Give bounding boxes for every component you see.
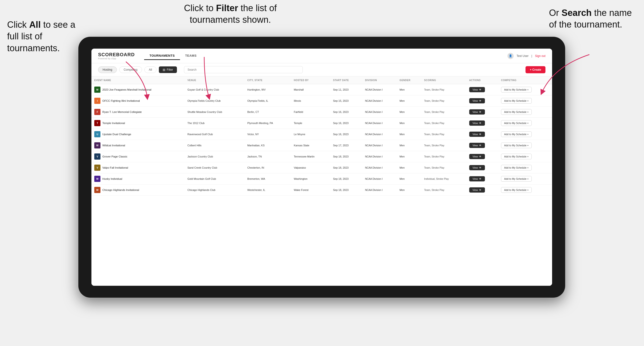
competing-cell: Add to My Schedule + xyxy=(498,129,552,140)
division-cell: NCAA Division I xyxy=(362,95,396,107)
venue-cell: Gold Mountain Golf Club xyxy=(184,173,244,184)
view-button[interactable]: View 👁 xyxy=(469,176,485,181)
gender-cell: Men xyxy=(397,84,421,95)
city-cell: Jackson, TN xyxy=(244,151,291,162)
hosted-by-cell: Le Moyne xyxy=(291,129,330,140)
scoring-cell: Team, Stroke Play xyxy=(421,107,466,118)
actions-cell: View 👁 xyxy=(466,84,498,95)
division-cell: NCAA Division I xyxy=(362,151,396,162)
col-city: CITY, STATE xyxy=(244,76,291,84)
city-cell: Westchester, IL xyxy=(244,184,291,196)
hosted-by-cell: Temple xyxy=(291,118,330,129)
actions-cell: View 👁 xyxy=(466,184,498,196)
actions-cell: View 👁 xyxy=(466,162,498,173)
add-to-schedule-button[interactable]: Add to My Schedule + xyxy=(501,187,532,193)
venue-cell: Colbert Hills xyxy=(184,140,244,151)
actions-cell: View 👁 xyxy=(466,118,498,129)
venue-cell: Chicago Highlands Club xyxy=(184,184,244,196)
division-cell: NCAA Division I xyxy=(362,118,396,129)
toolbar: Hosting Competing All ▤ Filter + Create xyxy=(92,63,552,76)
gender-cell: Men xyxy=(397,173,421,184)
view-button[interactable]: View 👁 xyxy=(469,109,485,115)
start-date-cell: Sep 18, 2023 xyxy=(330,173,362,184)
competing-cell: Add to My Schedule + xyxy=(498,118,552,129)
city-cell: Manhattan, KS xyxy=(244,140,291,151)
actions-cell: View 👁 xyxy=(466,129,498,140)
add-to-schedule-button[interactable]: Add to My Schedule + xyxy=(501,120,532,126)
gender-cell: Men xyxy=(397,184,421,196)
view-button[interactable]: View 👁 xyxy=(469,98,485,103)
add-to-schedule-button[interactable]: Add to My Schedule + xyxy=(501,176,532,182)
scoring-cell: Team, Stroke Play xyxy=(421,84,466,95)
team-logo: T xyxy=(94,120,100,126)
view-button[interactable]: View 👁 xyxy=(469,154,485,159)
gender-cell: Men xyxy=(397,95,421,107)
scoring-cell: Team, Stroke Play xyxy=(421,151,466,162)
city-cell: Huntington, WV xyxy=(244,84,291,95)
filter-button[interactable]: ▤ Filter xyxy=(159,66,177,73)
gender-cell: Men xyxy=(397,118,421,129)
view-icon: 👁 xyxy=(479,111,482,113)
event-name: Wildcat Invitational xyxy=(102,144,125,147)
event-name-cell: W Wildcat Invitational xyxy=(94,142,182,149)
view-button[interactable]: View 👁 xyxy=(469,187,485,192)
view-button[interactable]: View 👁 xyxy=(469,132,485,137)
view-icon: 👁 xyxy=(479,122,482,125)
col-division: DIVISION xyxy=(362,76,396,84)
col-scoring: SCORING xyxy=(421,76,466,84)
tournaments-table-container: EVENT NAME VENUE CITY, STATE HOSTED BY S… xyxy=(92,76,552,286)
table-row: W Wildcat Invitational Colbert Hills Man… xyxy=(92,140,552,151)
add-to-schedule-button[interactable]: Add to My Schedule + xyxy=(501,131,532,137)
event-name-cell: V Valpo Fall Invitational xyxy=(94,165,182,171)
hosted-by-cell: Tennessee-Martin xyxy=(291,151,330,162)
hosted-by-cell: Illinois xyxy=(291,95,330,107)
arrow-search xyxy=(506,47,601,100)
city-cell: Berlin, CT xyxy=(244,107,291,118)
col-hosted-by: HOSTED BY xyxy=(291,76,330,84)
gender-cell: Men xyxy=(397,107,421,118)
view-button[interactable]: View 👁 xyxy=(469,121,485,126)
team-logo: W xyxy=(94,187,100,193)
view-icon: 👁 xyxy=(479,188,482,191)
division-cell: NCAA Division I xyxy=(362,107,396,118)
event-name: Chicago Highlands Invitational xyxy=(102,188,139,191)
add-to-schedule-button[interactable]: Add to My Schedule + xyxy=(501,109,532,115)
actions-cell: View 👁 xyxy=(466,173,498,184)
venue-cell: Jackson Country Club xyxy=(184,151,244,162)
scoring-cell: Team, Stroke Play xyxy=(421,118,466,129)
city-cell: Victor, NY xyxy=(244,129,291,140)
add-to-schedule-button[interactable]: Add to My Schedule + xyxy=(501,154,532,159)
view-icon: 👁 xyxy=(479,155,482,158)
start-date-cell: Sep 11, 2023 xyxy=(330,84,362,95)
gender-cell: Men xyxy=(397,129,421,140)
start-date-cell: Sep 18, 2023 xyxy=(330,151,362,162)
scoring-cell: Team, Stroke Play xyxy=(421,129,466,140)
view-button[interactable]: View 👁 xyxy=(469,87,485,92)
start-date-cell: Sep 16, 2023 xyxy=(330,118,362,129)
actions-cell: View 👁 xyxy=(466,107,498,118)
table-row: I OFCC Fighting Illini Invitational Olym… xyxy=(92,95,552,107)
city-cell: Bremerton, WA xyxy=(244,173,291,184)
city-cell: Chesterton, IN xyxy=(244,162,291,173)
city-cell: Plymouth Meeting, PA xyxy=(244,118,291,129)
event-name-cell: U Upstate Dual Challenge xyxy=(94,131,182,137)
view-button[interactable]: View 👁 xyxy=(469,165,485,170)
annotation-topmid: Click to Filter the list of tournaments … xyxy=(162,2,299,26)
add-to-schedule-button[interactable]: Add to My Schedule + xyxy=(501,143,532,148)
nav-tab-tournaments[interactable]: TOURNAMENTS xyxy=(144,52,180,60)
view-icon: 👁 xyxy=(479,166,482,169)
competing-cell: Add to My Schedule + xyxy=(498,107,552,118)
logo-text: SCOREBOARD xyxy=(98,52,135,57)
view-icon: 👁 xyxy=(479,177,482,180)
actions-cell: View 👁 xyxy=(466,140,498,151)
gender-cell: Men xyxy=(397,140,421,151)
hosted-by-cell: Valparaiso xyxy=(291,162,330,173)
view-icon: 👁 xyxy=(479,144,482,147)
event-name: Temple Invitational xyxy=(102,122,125,125)
competing-cell: Add to My Schedule + xyxy=(498,184,552,196)
add-to-schedule-button[interactable]: Add to My Schedule + xyxy=(501,165,532,171)
hosted-by-cell: Wake Forest xyxy=(291,184,330,196)
table-row: U Upstate Dual Challenge Ravenwood Golf … xyxy=(92,129,552,140)
view-icon: 👁 xyxy=(479,99,482,102)
view-button[interactable]: View 👁 xyxy=(469,143,485,148)
